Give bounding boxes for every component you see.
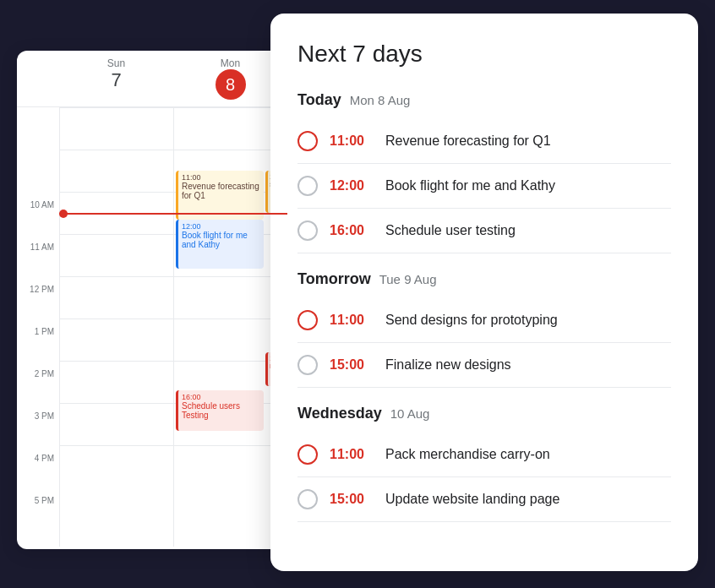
hour-line bbox=[60, 276, 173, 277]
agenda-item: 15:00 Finalize new designs bbox=[297, 343, 671, 388]
hour-line bbox=[60, 445, 173, 446]
hour-line bbox=[60, 150, 173, 150]
agenda-item: 11:00 Pack merchandise carry-on bbox=[297, 433, 671, 477]
today-name: Today bbox=[297, 91, 341, 109]
wednesday-date: 10 Aug bbox=[390, 406, 430, 421]
wednesday-header: Wednesday 10 Aug bbox=[297, 405, 671, 422]
item-time: 11:00 bbox=[330, 313, 374, 328]
event-title: Revenue forecasting for Q1 bbox=[182, 182, 260, 200]
item-time: 15:00 bbox=[330, 492, 374, 507]
time-5: 5 PM bbox=[17, 494, 59, 536]
hour-line bbox=[60, 361, 173, 362]
agenda-item: 15:00 Update website landing page bbox=[297, 477, 671, 522]
time-4: 4 PM bbox=[17, 452, 59, 494]
complete-btn[interactable] bbox=[297, 176, 318, 196]
tomorrow-name: Tomorrow bbox=[297, 270, 371, 288]
calendar-panel: Sun 7 Mon 8 10 AM 11 AM 12 PM 1 PM 2 PM … bbox=[17, 51, 287, 549]
event-flight[interactable]: 12:00 Book flight for me and Kathy bbox=[176, 220, 264, 269]
complete-btn[interactable] bbox=[297, 355, 318, 375]
calendar-header: Sun 7 Mon 8 bbox=[17, 51, 287, 107]
complete-btn[interactable] bbox=[297, 444, 318, 465]
sun-label: Sun bbox=[59, 57, 173, 69]
time-2: 2 PM bbox=[17, 368, 59, 410]
day-col-sun: Sun 7 bbox=[59, 57, 173, 100]
today-section: Today Mon 8 Aug 11:00 Revenue forecastin… bbox=[297, 91, 671, 253]
event-title: Book flight for me and Kathy bbox=[182, 231, 260, 249]
item-desc: Update website landing page bbox=[385, 492, 559, 507]
hour-line bbox=[60, 107, 173, 108]
tomorrow-section: Tomorrow Tue 9 Aug 11:00 Send designs fo… bbox=[297, 270, 671, 388]
hour-line bbox=[60, 234, 173, 235]
time-column: 10 AM 11 AM 12 PM 1 PM 2 PM 3 PM 4 PM 5 … bbox=[17, 107, 59, 547]
event-time: 16:00 bbox=[182, 393, 260, 401]
sun-column bbox=[59, 107, 173, 547]
complete-btn[interactable] bbox=[297, 489, 318, 509]
event-time: 11:00 bbox=[182, 173, 260, 182]
wednesday-section: Wednesday 10 Aug 11:00 Pack merchandise … bbox=[297, 405, 671, 522]
event-schedule[interactable]: 16:00 Schedule users Testing bbox=[176, 390, 264, 431]
item-desc: Revenue forecasting for Q1 bbox=[385, 133, 551, 149]
hour-line bbox=[60, 403, 173, 404]
time-11: 11 AM bbox=[17, 241, 59, 283]
item-desc: Book flight for me and Kathy bbox=[385, 178, 555, 193]
time-indicator bbox=[59, 213, 287, 215]
agenda-title: Next 7 days bbox=[297, 41, 671, 68]
hour-line bbox=[60, 192, 173, 193]
item-desc: Pack merchandise carry-on bbox=[385, 447, 550, 462]
today-header: Today Mon 8 Aug bbox=[297, 91, 671, 109]
time-10: 10 AM bbox=[17, 199, 59, 241]
agenda-item: 11:00 Send designs for prototyping bbox=[297, 298, 671, 343]
item-desc: Schedule user testing bbox=[385, 223, 516, 238]
agenda-item: 16:00 Schedule user testing bbox=[297, 209, 671, 253]
complete-btn[interactable] bbox=[297, 220, 318, 241]
item-desc: Send designs for prototyping bbox=[385, 313, 558, 328]
event-time: 12:00 bbox=[182, 222, 260, 231]
agenda-panel: Next 7 days Today Mon 8 Aug 11:00 Revenu… bbox=[270, 14, 698, 571]
agenda-item: 12:00 Book flight for me and Kathy bbox=[297, 164, 671, 209]
time-12: 12 PM bbox=[17, 283, 59, 325]
item-time: 11:00 bbox=[330, 447, 374, 462]
day-columns: 11:00 Revenue forecasting for Q1 12:00 B… bbox=[59, 107, 287, 547]
item-time: 11:00 bbox=[330, 133, 374, 149]
tomorrow-date: Tue 9 Aug bbox=[379, 272, 437, 286]
item-time: 12:00 bbox=[330, 178, 374, 193]
tomorrow-header: Tomorrow Tue 9 Aug bbox=[297, 270, 671, 288]
item-desc: Finalize new designs bbox=[385, 357, 511, 373]
mon-num: 8 bbox=[216, 69, 246, 100]
wednesday-name: Wednesday bbox=[297, 405, 382, 422]
item-time: 15:00 bbox=[330, 357, 374, 373]
sun-num: 7 bbox=[59, 69, 173, 91]
calendar-body: 10 AM 11 AM 12 PM 1 PM 2 PM 3 PM 4 PM 5 … bbox=[17, 107, 287, 547]
today-date: Mon 8 Aug bbox=[350, 93, 411, 107]
time-1: 1 PM bbox=[17, 325, 59, 368]
hour-line bbox=[60, 318, 173, 319]
complete-btn[interactable] bbox=[297, 131, 318, 151]
item-time: 16:00 bbox=[330, 223, 374, 238]
agenda-item: 11:00 Revenue forecasting for Q1 bbox=[297, 119, 671, 164]
time-3: 3 PM bbox=[17, 410, 59, 452]
complete-btn[interactable] bbox=[297, 310, 318, 330]
event-title: Schedule users Testing bbox=[182, 401, 260, 420]
